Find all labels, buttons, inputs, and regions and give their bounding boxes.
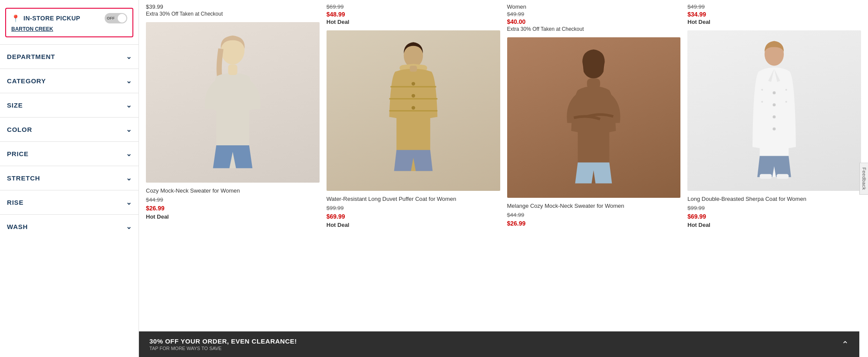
svg-point-6 [411,82,415,85]
filter-item-rise[interactable]: RISE⌄ [0,190,139,214]
svg-rect-9 [409,66,417,72]
filter-item-size[interactable]: SIZE⌄ [0,93,139,117]
in-store-pickup-box: 📍 IN-STORE PICKUP OFF BARTON CREEK [5,8,133,37]
filter-item-category[interactable]: CATEGORY⌄ [0,69,139,93]
feedback-tab[interactable]: Feedback [859,162,868,194]
promo-chevron-up-icon[interactable]: ⌃ [842,339,849,350]
svg-rect-21 [760,174,772,179]
svg-point-7 [411,94,415,97]
product-2-deal: Hot Deal [327,222,500,228]
product-card-1[interactable]: $39.99 Extra 30% Off Taken at Checkout [146,3,320,228]
promo-sub-text: TAP FOR MORE WAYS TO SAVE [149,346,297,351]
product-1-sale-below: $26.99 [146,205,320,212]
chevron-down-icon-color: ⌄ [126,125,132,134]
product-1-image[interactable] [146,22,320,183]
chevron-down-icon-rise: ⌄ [126,198,132,206]
svg-point-20 [785,101,787,102]
product-3-price-top: Women $49.99 $40.00 Extra 30% Off Taken … [507,3,681,32]
product-1-img-placeholder [146,22,320,183]
product-card-2[interactable]: $69.99 $48.99 Hot Deal [327,3,500,228]
filter-label-rise: RISE [7,199,23,206]
product-1-extra-off: Extra 30% Off Taken at Checkout [146,11,320,17]
svg-point-13 [773,91,776,94]
in-store-label: IN-STORE PICKUP [23,15,80,22]
filter-label-wash: WASH [7,223,28,230]
sidebar: 📍 IN-STORE PICKUP OFF BARTON CREEK DEPAR… [0,0,139,357]
product-2-img-placeholder [327,30,500,191]
product-4-original-top: $49.99 [687,3,861,10]
products-grid: $39.99 Extra 30% Off Taken at Checkout [146,0,861,228]
main-content: $39.99 Extra 30% Off Taken at Checkout [139,0,868,357]
product-1-svg [181,30,285,175]
filter-item-stretch[interactable]: STRETCH⌄ [0,166,139,190]
svg-point-8 [411,106,415,109]
svg-rect-11 [587,78,600,88]
product-card-4[interactable]: $49.99 $34.99 Hot Deal [687,3,861,228]
product-3-name: Melange Cozy Mock-Neck Sweater for Women [507,202,681,210]
svg-rect-22 [777,174,789,179]
product-3-image[interactable] [507,37,681,198]
product-2-orig-below: $99.99 [327,205,500,211]
product-4-svg [722,39,826,183]
product-2-svg [361,39,465,183]
product-4-image[interactable] [687,30,861,191]
toggle-knob [118,14,126,23]
product-2-image[interactable] [327,30,500,191]
in-store-top: 📍 IN-STORE PICKUP OFF [11,13,127,23]
product-card-3[interactable]: Women $49.99 $40.00 Extra 30% Off Taken … [507,3,681,228]
product-2-original-top: $69.99 [327,3,500,10]
in-store-toggle[interactable]: OFF [105,13,127,23]
product-4-hot-deal-top: Hot Deal [687,19,861,25]
product-3-women-label: Women [507,3,681,10]
product-4-sale-top: $34.99 [687,11,861,18]
page-wrapper: 📍 IN-STORE PICKUP OFF BARTON CREEK DEPAR… [0,0,868,357]
product-2-hot-deal-top: Hot Deal [327,19,500,25]
promo-main-text: 30% OFF YOUR ORDER, EVEN CLEARANCE! [149,337,297,345]
pin-icon: 📍 [11,14,20,23]
product-4-sale-below: $69.99 [687,213,861,220]
filter-label-department: DEPARTMENT [7,53,55,60]
filter-item-wash[interactable]: WASH⌄ [0,214,139,239]
product-3-original-top: $49.99 [507,11,681,17]
product-4-orig-below: $99.99 [687,205,861,211]
chevron-down-icon-price: ⌄ [126,150,132,158]
filter-label-category: CATEGORY [7,77,46,85]
filter-item-price[interactable]: PRICE⌄ [0,141,139,166]
toggle-off-text: OFF [107,16,115,20]
svg-point-19 [761,101,763,102]
promo-banner[interactable]: 30% OFF YOUR ORDER, EVEN CLEARANCE! TAP … [139,331,859,357]
svg-point-17 [761,88,763,90]
chevron-down-icon-size: ⌄ [126,101,132,109]
filter-item-department[interactable]: DEPARTMENT⌄ [0,44,139,69]
chevron-down-icon-stretch: ⌄ [126,174,132,182]
product-3-orig-below: $44.99 [507,212,681,218]
product-1-original-top: $39.99 [146,3,320,10]
svg-point-15 [773,115,776,118]
product-2-price-top: $69.99 $48.99 Hot Deal [327,3,500,25]
svg-point-14 [773,103,776,106]
chevron-down-icon-category: ⌄ [126,77,132,85]
product-2-name: Water-Resistant Long Duvet Puffer Coat f… [327,195,500,203]
product-4-name: Long Double-Breasted Sherpa Coat for Wom… [687,195,861,203]
product-4-price-top: $49.99 $34.99 Hot Deal [687,3,861,25]
product-1-orig-below: $44.99 [146,197,320,203]
product-3-sale-top: $40.00 [507,18,681,25]
product-4-img-placeholder [687,30,861,191]
product-4-deal: Hot Deal [687,222,861,228]
svg-rect-1 [228,64,237,75]
chevron-down-icon-department: ⌄ [126,52,132,61]
svg-point-18 [785,88,787,90]
product-3-extra-off: Extra 30% Off Taken at Checkout [507,26,681,32]
store-name[interactable]: BARTON CREEK [11,26,127,32]
product-3-img-placeholder [507,37,681,198]
filter-label-price: PRICE [7,150,29,157]
filter-label-stretch: STRETCH [7,174,40,182]
filter-list: DEPARTMENT⌄CATEGORY⌄SIZE⌄COLOR⌄PRICE⌄STR… [0,44,139,239]
chevron-down-icon-wash: ⌄ [126,223,132,231]
filter-label-color: COLOR [7,126,32,133]
filter-item-color[interactable]: COLOR⌄ [0,117,139,141]
filter-label-size: SIZE [7,102,23,109]
product-3-svg [541,46,646,190]
product-1-price-top: $39.99 Extra 30% Off Taken at Checkout [146,3,320,17]
product-2-sale-below: $69.99 [327,213,500,220]
